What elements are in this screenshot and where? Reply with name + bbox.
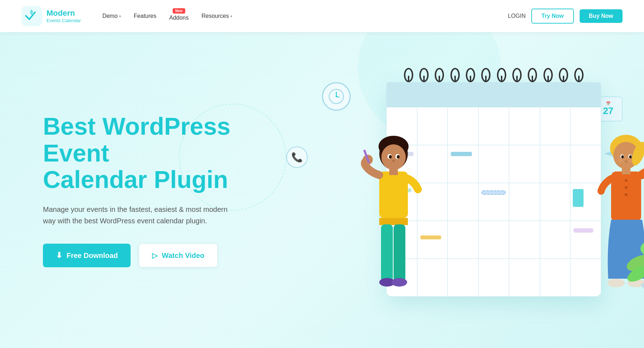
clock-decoration: [322, 82, 351, 111]
nav-resources[interactable]: Resources ▾: [201, 13, 232, 19]
svg-point-17: [392, 160, 395, 162]
ring-9: [528, 68, 537, 82]
nav-demo[interactable]: Demo ▾: [102, 13, 121, 19]
hero-buttons: ⬇ Free Download ▷ Watch Video: [43, 244, 243, 267]
hero-content: Best WordPress Event Calendar Plugin Man…: [0, 113, 243, 267]
svg-point-15: [389, 155, 392, 159]
chevron-icon-2: ▾: [230, 14, 232, 18]
ring-10: [543, 68, 553, 82]
svg-point-43: [608, 279, 625, 287]
buy-now-button[interactable]: Buy Now: [580, 9, 623, 23]
svg-rect-18: [379, 171, 408, 218]
navbar: Modern Events Calendar Demo ▾ Features N…: [0, 0, 644, 32]
svg-point-39: [625, 193, 628, 196]
svg-point-16: [397, 155, 400, 159]
ring-12: [574, 68, 584, 82]
svg-point-31: [621, 155, 624, 159]
main-calendar: [386, 61, 608, 304]
ring-4: [450, 68, 460, 82]
svg-point-12: [381, 144, 406, 170]
ring-8: [512, 68, 522, 82]
ring-1: [404, 68, 413, 82]
plant-decoration: [623, 227, 644, 300]
ring-2: [419, 68, 429, 82]
hero-title: Best WordPress Event Calendar Plugin: [43, 113, 243, 193]
logo-tagline: Events Calendar: [47, 18, 81, 23]
nav-right: LOGIN Try Now Buy Now: [508, 9, 623, 24]
phone-decoration: 📞: [286, 146, 308, 168]
nav-features[interactable]: Features: [134, 13, 156, 19]
character-left: [358, 129, 429, 300]
svg-rect-22: [381, 224, 393, 282]
svg-point-33: [625, 160, 628, 163]
logo[interactable]: Modern Events Calendar: [21, 6, 81, 26]
svg-point-37: [625, 179, 628, 182]
new-badge: New: [173, 8, 185, 14]
ring-11: [559, 68, 568, 82]
svg-point-25: [391, 278, 407, 287]
chevron-icon: ▾: [119, 14, 121, 18]
play-icon: ▷: [152, 251, 157, 260]
login-button[interactable]: LOGIN: [508, 13, 526, 19]
svg-rect-26: [389, 168, 398, 175]
svg-point-4: [336, 96, 337, 97]
ring-7: [497, 68, 506, 82]
svg-point-32: [629, 155, 632, 159]
hero-section: Best WordPress Event Calendar Plugin Man…: [0, 32, 644, 348]
calendar-header: [386, 82, 601, 107]
nav-addons[interactable]: New Addons: [169, 15, 189, 21]
calendar-rings: [390, 68, 597, 82]
svg-point-51: [640, 241, 644, 257]
svg-rect-19: [379, 218, 408, 225]
ring-5: [466, 68, 475, 82]
nav-links: Demo ▾ Features New Addons Resources ▾: [102, 11, 508, 21]
logo-brand: Modern: [47, 9, 81, 18]
svg-rect-41: [622, 168, 630, 174]
svg-rect-23: [394, 224, 405, 282]
svg-point-38: [625, 186, 628, 189]
hero-description: Manage your events in the fastest, easie…: [43, 204, 229, 227]
ring-6: [481, 68, 491, 82]
free-download-button[interactable]: ⬇ Free Download: [43, 244, 131, 267]
try-now-button[interactable]: Try Now: [531, 9, 574, 24]
ring-3: [435, 68, 444, 82]
svg-point-34: [618, 159, 624, 163]
download-icon: ⬇: [56, 251, 62, 260]
watch-video-button[interactable]: ▷ Watch Video: [139, 244, 217, 267]
hero-illustration: 📞 📅 27: [265, 32, 644, 348]
